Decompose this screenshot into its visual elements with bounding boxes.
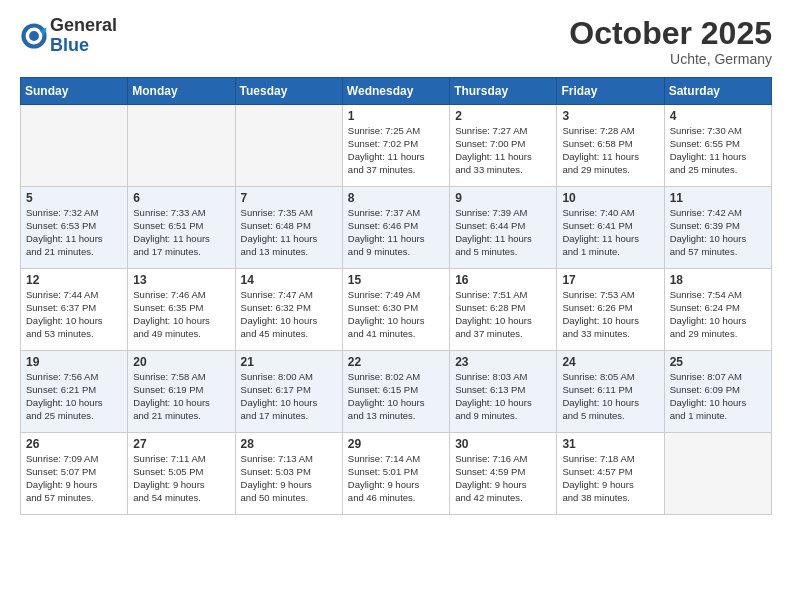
day-number: 5: [26, 191, 122, 205]
weekday-thursday: Thursday: [450, 78, 557, 105]
location: Uchte, Germany: [569, 51, 772, 67]
calendar-cell: 15Sunrise: 7:49 AMSunset: 6:30 PMDayligh…: [342, 269, 449, 351]
day-detail: Sunrise: 7:25 AMSunset: 7:02 PMDaylight:…: [348, 125, 444, 176]
calendar-cell: 8Sunrise: 7:37 AMSunset: 6:46 PMDaylight…: [342, 187, 449, 269]
day-number: 27: [133, 437, 229, 451]
calendar-cell: 27Sunrise: 7:11 AMSunset: 5:05 PMDayligh…: [128, 433, 235, 515]
day-detail: Sunrise: 7:33 AMSunset: 6:51 PMDaylight:…: [133, 207, 229, 258]
day-detail: Sunrise: 7:09 AMSunset: 5:07 PMDaylight:…: [26, 453, 122, 504]
calendar-cell: 2Sunrise: 7:27 AMSunset: 7:00 PMDaylight…: [450, 105, 557, 187]
day-detail: Sunrise: 7:16 AMSunset: 4:59 PMDaylight:…: [455, 453, 551, 504]
day-detail: Sunrise: 8:00 AMSunset: 6:17 PMDaylight:…: [241, 371, 337, 422]
calendar-cell: 23Sunrise: 8:03 AMSunset: 6:13 PMDayligh…: [450, 351, 557, 433]
day-detail: Sunrise: 7:37 AMSunset: 6:46 PMDaylight:…: [348, 207, 444, 258]
day-detail: Sunrise: 7:51 AMSunset: 6:28 PMDaylight:…: [455, 289, 551, 340]
day-detail: Sunrise: 7:35 AMSunset: 6:48 PMDaylight:…: [241, 207, 337, 258]
day-detail: Sunrise: 7:46 AMSunset: 6:35 PMDaylight:…: [133, 289, 229, 340]
weekday-friday: Friday: [557, 78, 664, 105]
day-detail: Sunrise: 7:27 AMSunset: 7:00 PMDaylight:…: [455, 125, 551, 176]
calendar-week-row: 5Sunrise: 7:32 AMSunset: 6:53 PMDaylight…: [21, 187, 772, 269]
day-number: 12: [26, 273, 122, 287]
calendar-cell: 9Sunrise: 7:39 AMSunset: 6:44 PMDaylight…: [450, 187, 557, 269]
calendar-cell: 30Sunrise: 7:16 AMSunset: 4:59 PMDayligh…: [450, 433, 557, 515]
calendar-cell: [128, 105, 235, 187]
day-number: 31: [562, 437, 658, 451]
calendar-cell: 29Sunrise: 7:14 AMSunset: 5:01 PMDayligh…: [342, 433, 449, 515]
calendar-cell: 16Sunrise: 7:51 AMSunset: 6:28 PMDayligh…: [450, 269, 557, 351]
calendar-cell: 26Sunrise: 7:09 AMSunset: 5:07 PMDayligh…: [21, 433, 128, 515]
day-number: 30: [455, 437, 551, 451]
logo-icon: [20, 22, 48, 50]
calendar-cell: 25Sunrise: 8:07 AMSunset: 6:09 PMDayligh…: [664, 351, 771, 433]
day-detail: Sunrise: 7:39 AMSunset: 6:44 PMDaylight:…: [455, 207, 551, 258]
day-detail: Sunrise: 8:02 AMSunset: 6:15 PMDaylight:…: [348, 371, 444, 422]
day-detail: Sunrise: 7:40 AMSunset: 6:41 PMDaylight:…: [562, 207, 658, 258]
day-detail: Sunrise: 7:56 AMSunset: 6:21 PMDaylight:…: [26, 371, 122, 422]
logo: General Blue: [20, 16, 117, 56]
day-detail: Sunrise: 7:14 AMSunset: 5:01 PMDaylight:…: [348, 453, 444, 504]
day-number: 16: [455, 273, 551, 287]
day-detail: Sunrise: 8:07 AMSunset: 6:09 PMDaylight:…: [670, 371, 766, 422]
calendar-cell: 14Sunrise: 7:47 AMSunset: 6:32 PMDayligh…: [235, 269, 342, 351]
day-number: 13: [133, 273, 229, 287]
day-number: 22: [348, 355, 444, 369]
calendar-cell: 5Sunrise: 7:32 AMSunset: 6:53 PMDaylight…: [21, 187, 128, 269]
calendar-week-row: 19Sunrise: 7:56 AMSunset: 6:21 PMDayligh…: [21, 351, 772, 433]
calendar-cell: 1Sunrise: 7:25 AMSunset: 7:02 PMDaylight…: [342, 105, 449, 187]
calendar-cell: 13Sunrise: 7:46 AMSunset: 6:35 PMDayligh…: [128, 269, 235, 351]
calendar-cell: [21, 105, 128, 187]
day-number: 21: [241, 355, 337, 369]
day-detail: Sunrise: 8:05 AMSunset: 6:11 PMDaylight:…: [562, 371, 658, 422]
day-detail: Sunrise: 7:49 AMSunset: 6:30 PMDaylight:…: [348, 289, 444, 340]
day-number: 28: [241, 437, 337, 451]
calendar-cell: 7Sunrise: 7:35 AMSunset: 6:48 PMDaylight…: [235, 187, 342, 269]
day-detail: Sunrise: 7:28 AMSunset: 6:58 PMDaylight:…: [562, 125, 658, 176]
day-number: 15: [348, 273, 444, 287]
day-detail: Sunrise: 7:11 AMSunset: 5:05 PMDaylight:…: [133, 453, 229, 504]
day-detail: Sunrise: 7:53 AMSunset: 6:26 PMDaylight:…: [562, 289, 658, 340]
page: General Blue October 2025 Uchte, Germany…: [0, 0, 792, 531]
calendar-cell: [235, 105, 342, 187]
calendar-cell: 6Sunrise: 7:33 AMSunset: 6:51 PMDaylight…: [128, 187, 235, 269]
calendar-cell: 11Sunrise: 7:42 AMSunset: 6:39 PMDayligh…: [664, 187, 771, 269]
calendar-cell: [664, 433, 771, 515]
day-detail: Sunrise: 7:58 AMSunset: 6:19 PMDaylight:…: [133, 371, 229, 422]
day-number: 1: [348, 109, 444, 123]
logo-general-text: General: [50, 15, 117, 35]
day-number: 20: [133, 355, 229, 369]
calendar-cell: 28Sunrise: 7:13 AMSunset: 5:03 PMDayligh…: [235, 433, 342, 515]
day-number: 23: [455, 355, 551, 369]
calendar-cell: 18Sunrise: 7:54 AMSunset: 6:24 PMDayligh…: [664, 269, 771, 351]
day-detail: Sunrise: 7:47 AMSunset: 6:32 PMDaylight:…: [241, 289, 337, 340]
day-number: 17: [562, 273, 658, 287]
day-number: 2: [455, 109, 551, 123]
svg-point-2: [29, 31, 39, 41]
calendar-cell: 20Sunrise: 7:58 AMSunset: 6:19 PMDayligh…: [128, 351, 235, 433]
calendar-cell: 4Sunrise: 7:30 AMSunset: 6:55 PMDaylight…: [664, 105, 771, 187]
day-number: 6: [133, 191, 229, 205]
day-detail: Sunrise: 7:13 AMSunset: 5:03 PMDaylight:…: [241, 453, 337, 504]
calendar-cell: 31Sunrise: 7:18 AMSunset: 4:57 PMDayligh…: [557, 433, 664, 515]
day-number: 9: [455, 191, 551, 205]
day-number: 25: [670, 355, 766, 369]
calendar-cell: 19Sunrise: 7:56 AMSunset: 6:21 PMDayligh…: [21, 351, 128, 433]
calendar-cell: 21Sunrise: 8:00 AMSunset: 6:17 PMDayligh…: [235, 351, 342, 433]
calendar: SundayMondayTuesdayWednesdayThursdayFrid…: [20, 77, 772, 515]
weekday-header-row: SundayMondayTuesdayWednesdayThursdayFrid…: [21, 78, 772, 105]
day-number: 29: [348, 437, 444, 451]
day-number: 14: [241, 273, 337, 287]
calendar-cell: 22Sunrise: 8:02 AMSunset: 6:15 PMDayligh…: [342, 351, 449, 433]
day-number: 26: [26, 437, 122, 451]
day-number: 7: [241, 191, 337, 205]
header: General Blue October 2025 Uchte, Germany: [20, 16, 772, 67]
day-detail: Sunrise: 7:30 AMSunset: 6:55 PMDaylight:…: [670, 125, 766, 176]
day-number: 4: [670, 109, 766, 123]
title-block: October 2025 Uchte, Germany: [569, 16, 772, 67]
weekday-wednesday: Wednesday: [342, 78, 449, 105]
weekday-tuesday: Tuesday: [235, 78, 342, 105]
day-number: 8: [348, 191, 444, 205]
calendar-cell: 12Sunrise: 7:44 AMSunset: 6:37 PMDayligh…: [21, 269, 128, 351]
day-detail: Sunrise: 7:18 AMSunset: 4:57 PMDaylight:…: [562, 453, 658, 504]
day-number: 24: [562, 355, 658, 369]
weekday-sunday: Sunday: [21, 78, 128, 105]
